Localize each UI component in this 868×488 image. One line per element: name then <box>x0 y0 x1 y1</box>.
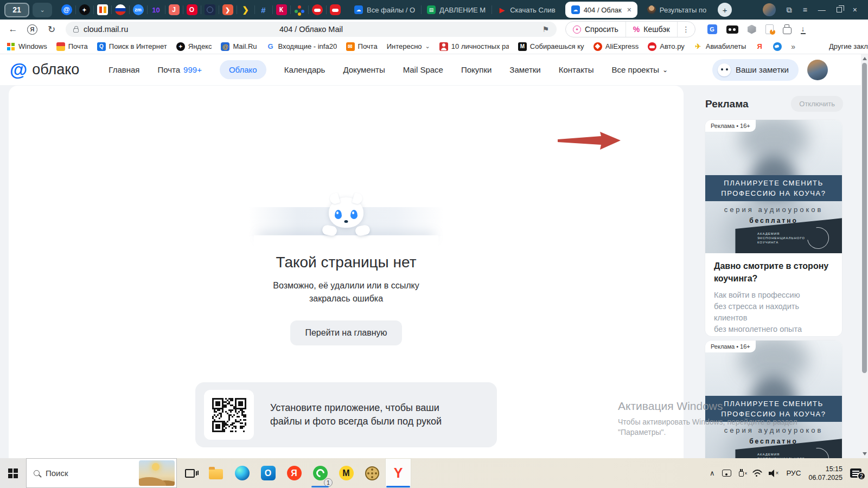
pinned-tab-mailru[interactable]: @ <box>58 0 75 20</box>
url-field[interactable]: cloud.mail.ru 404 / Облако Mail ⚑ <box>66 22 557 37</box>
downloads-icon[interactable]: ↓ <box>801 25 806 34</box>
start-button[interactable] <box>0 458 26 488</box>
pinned-tab-zoom[interactable]: zm <box>129 0 147 20</box>
language-indicator[interactable]: РУС <box>786 469 801 477</box>
other-bookmarks-button[interactable]: Другие закладки ⌄ <box>829 42 868 50</box>
cashback-button[interactable]: % Кешбэк <box>626 22 677 37</box>
close-tab-icon[interactable]: × <box>627 5 631 14</box>
cube-extension-icon[interactable] <box>748 25 756 34</box>
pinned-tab-orange-arrow[interactable]: ❯ <box>219 0 237 20</box>
pinned-tab-hashtag[interactable]: # <box>254 0 272 20</box>
tab-all-files[interactable]: ☁ Все файлы / О <box>348 0 421 20</box>
bookmark-avto-ru[interactable]: Авто.ру <box>648 42 685 51</box>
tab-document[interactable]: ▤ ДАВЛЕНИЕ М <box>421 0 492 20</box>
pinned-tab-flag[interactable] <box>111 0 129 20</box>
nav-shopping[interactable]: Покупки <box>461 65 492 74</box>
nav-main[interactable]: Главная <box>108 65 139 74</box>
bookmark-aliexpress[interactable]: AliExpress <box>593 42 639 51</box>
nav-contacts[interactable]: Контакты <box>559 65 594 74</box>
side-panel-icon[interactable]: ⧉ <box>787 5 792 15</box>
hidden-icons-chevron[interactable]: ∧ <box>710 469 715 477</box>
pinned-tab-avto-ru[interactable] <box>326 0 344 20</box>
bookmark-blue[interactable] <box>773 42 782 51</box>
pinned-tab-kinopoisk[interactable]: К <box>272 0 290 20</box>
nav-documents[interactable]: Документы <box>343 65 385 74</box>
pinned-tab-dots[interactable] <box>290 0 308 20</box>
yandex-browser-button[interactable]: Y <box>385 458 411 488</box>
bookmark-m[interactable]: MСобираешься куп <box>518 42 584 51</box>
collections-icon[interactable] <box>783 27 792 34</box>
your-notes-button[interactable]: Ваши заметки <box>712 59 799 81</box>
bookmark-mail-orange[interactable]: ✉Почта <box>346 42 378 51</box>
power-plug-icon[interactable] <box>739 471 744 477</box>
reload-button[interactable]: ↻ <box>46 24 57 35</box>
whatsapp-button[interactable]: 1 <box>307 458 333 488</box>
yandex-home-button[interactable]: Я <box>27 24 37 35</box>
wifi-icon[interactable] <box>751 470 761 477</box>
pinned-tab-yellow-arrow[interactable]: ❯ <box>237 0 254 20</box>
tab-list-chevron-button[interactable]: ⌄ <box>33 3 52 17</box>
pinned-tab-j[interactable]: J <box>165 0 183 20</box>
tab-download[interactable]: ▶ Скачать Слив <box>492 0 561 20</box>
pinned-tab-dark[interactable] <box>201 0 219 20</box>
bookmark-personal[interactable]: 10 личностных ра <box>439 42 509 51</box>
maximize-button[interactable] <box>837 7 842 12</box>
scroll-down-icon[interactable] <box>863 452 867 455</box>
file-explorer-button[interactable] <box>203 458 229 488</box>
bookmark-folder-interesting[interactable]: Интересно⌄ <box>387 42 430 50</box>
profile-avatar[interactable] <box>763 3 776 16</box>
pinned-tab-yandex-plus[interactable]: ✦ <box>75 0 93 20</box>
disable-ads-button[interactable]: Отключить <box>791 96 843 112</box>
clock[interactable]: 15:15 06.07.2025 <box>808 465 843 482</box>
film-app-button[interactable] <box>359 458 385 488</box>
new-tab-button[interactable]: + <box>718 3 732 17</box>
taskbar-search-box[interactable]: Поиск <box>26 458 177 488</box>
doc-extension-icon[interactable] <box>765 24 774 34</box>
yandex-button[interactable]: Я <box>281 458 307 488</box>
menu-icon[interactable]: ≡ <box>803 5 807 14</box>
ask-button[interactable]: ✦ Спросить <box>566 22 626 37</box>
bookmarks-overflow-icon[interactable]: » <box>791 42 795 51</box>
nav-mailspace[interactable]: Mail Space <box>403 65 443 74</box>
nav-cloud-active[interactable]: Облако <box>220 60 266 79</box>
scrollbar-thumb[interactable] <box>862 63 867 373</box>
cast-icon[interactable] <box>722 470 731 477</box>
bookmark-yandex[interactable]: ✦Яндекс <box>176 42 212 51</box>
page-scrollbar[interactable] <box>861 54 868 458</box>
bookmark-avia[interactable]: ✈Авиабилеты <box>694 42 746 51</box>
task-view-button[interactable] <box>177 458 203 488</box>
outlook-button[interactable]: O <box>255 458 281 488</box>
pill-more-button[interactable]: ⋮ <box>677 22 695 37</box>
notification-center-icon[interactable]: 2 <box>850 468 861 478</box>
weather-widget-icon[interactable] <box>139 460 175 486</box>
pinned-tab-ten[interactable]: 10 <box>147 0 165 20</box>
bookmark-mailru[interactable]: @Mail.Ru <box>221 42 257 51</box>
nav-all-projects[interactable]: Все проекты⌄ <box>612 65 668 74</box>
close-window-button[interactable]: × <box>853 5 857 14</box>
volume-muted-icon[interactable]: × <box>769 470 778 477</box>
nav-calendar[interactable]: Календарь <box>284 65 326 74</box>
minimize-button[interactable]: — <box>818 5 826 14</box>
pinned-tab-ozon[interactable]: O <box>183 0 201 20</box>
nav-mail[interactable]: Почта999+ <box>157 65 201 74</box>
bookmark-mail-red[interactable]: Почта <box>56 42 88 51</box>
bookmark-gmail[interactable]: GВходящие - infa20 <box>266 42 337 51</box>
translate-extension-icon[interactable]: G <box>707 24 717 34</box>
bookmark-flag-icon[interactable]: ⚑ <box>542 25 549 34</box>
cloud-logo[interactable]: @ облако <box>10 61 79 79</box>
tab-counter-button[interactable]: 21 <box>4 3 29 17</box>
bookmark-windows[interactable]: Windows <box>7 42 47 51</box>
pinned-tab-car-circle[interactable] <box>308 0 326 20</box>
user-avatar[interactable] <box>807 60 828 80</box>
bookmark-ya[interactable]: Я <box>755 42 764 51</box>
go-home-button[interactable]: Перейти на главную <box>290 320 401 345</box>
bookmark-search[interactable]: QПоиск в Интернет <box>97 42 167 51</box>
pinned-tab-cards[interactable] <box>93 0 111 20</box>
nav-notes[interactable]: Заметки <box>509 65 540 74</box>
tab-search-results[interactable]: Результаты по <box>641 0 712 20</box>
scroll-up-icon[interactable] <box>863 57 867 60</box>
dark-extension-icon[interactable] <box>726 25 738 34</box>
market-button[interactable]: M <box>333 458 359 488</box>
back-button[interactable]: ← <box>8 24 18 35</box>
ad-card[interactable]: Реклама • 16+ ПЛАНИРУЕТЕ СМЕНИТЬ ПРОФЕСС… <box>705 120 842 336</box>
